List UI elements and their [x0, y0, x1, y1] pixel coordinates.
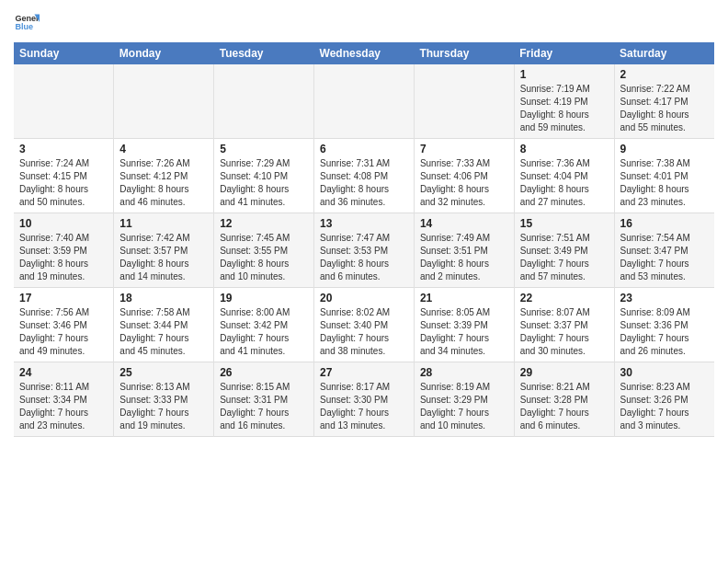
day-info: Sunrise: 8:23 AM Sunset: 3:26 PM Dayligh…	[620, 381, 709, 432]
calendar-cell: 6Sunrise: 7:31 AM Sunset: 4:08 PM Daylig…	[314, 139, 415, 213]
day-info: Sunrise: 7:26 AM Sunset: 4:12 PM Dayligh…	[119, 157, 208, 209]
calendar-cell	[214, 64, 314, 139]
day-number: 4	[119, 143, 208, 155]
calendar-cell: 3Sunrise: 7:24 AM Sunset: 4:15 PM Daylig…	[14, 139, 114, 213]
day-number: 13	[320, 217, 408, 230]
day-number: 27	[320, 366, 408, 379]
day-number: 17	[19, 292, 108, 304]
page-header: General Blue	[14, 9, 714, 35]
calendar-cell	[14, 64, 114, 139]
day-number: 18	[119, 292, 208, 304]
col-header-monday: Monday	[114, 42, 214, 64]
calendar-cell: 20Sunrise: 8:02 AM Sunset: 3:40 PM Dayli…	[314, 288, 415, 362]
day-info: Sunrise: 7:58 AM Sunset: 3:44 PM Dayligh…	[119, 306, 208, 358]
col-header-tuesday: Tuesday	[214, 42, 314, 64]
day-number: 2	[620, 68, 709, 81]
day-number: 23	[620, 292, 709, 304]
day-info: Sunrise: 8:15 AM Sunset: 3:31 PM Dayligh…	[220, 381, 308, 432]
day-number: 5	[220, 143, 308, 155]
day-info: Sunrise: 7:38 AM Sunset: 4:01 PM Dayligh…	[620, 157, 709, 209]
day-number: 8	[520, 143, 609, 155]
calendar-cell: 10Sunrise: 7:40 AM Sunset: 3:59 PM Dayli…	[14, 213, 114, 288]
calendar-cell: 9Sunrise: 7:38 AM Sunset: 4:01 PM Daylig…	[614, 139, 714, 213]
day-info: Sunrise: 8:07 AM Sunset: 3:37 PM Dayligh…	[520, 306, 609, 358]
calendar-cell: 15Sunrise: 7:51 AM Sunset: 3:49 PM Dayli…	[514, 213, 614, 288]
calendar-cell: 30Sunrise: 8:23 AM Sunset: 3:26 PM Dayli…	[614, 362, 714, 437]
col-header-saturday: Saturday	[614, 42, 714, 64]
day-info: Sunrise: 8:05 AM Sunset: 3:39 PM Dayligh…	[420, 306, 508, 358]
day-number: 26	[220, 366, 308, 379]
calendar-cell: 19Sunrise: 8:00 AM Sunset: 3:42 PM Dayli…	[214, 288, 314, 362]
day-number: 7	[420, 143, 508, 155]
day-number: 10	[19, 217, 108, 230]
calendar-cell: 27Sunrise: 8:17 AM Sunset: 3:30 PM Dayli…	[314, 362, 415, 437]
calendar-cell: 11Sunrise: 7:42 AM Sunset: 3:57 PM Dayli…	[114, 213, 214, 288]
day-info: Sunrise: 8:00 AM Sunset: 3:42 PM Dayligh…	[220, 306, 308, 358]
week-row-4: 17Sunrise: 7:56 AM Sunset: 3:46 PM Dayli…	[14, 288, 714, 362]
calendar-cell: 24Sunrise: 8:11 AM Sunset: 3:34 PM Dayli…	[14, 362, 114, 437]
calendar-cell: 25Sunrise: 8:13 AM Sunset: 3:33 PM Dayli…	[114, 362, 214, 437]
calendar-cell: 16Sunrise: 7:54 AM Sunset: 3:47 PM Dayli…	[614, 213, 714, 288]
day-info: Sunrise: 8:17 AM Sunset: 3:30 PM Dayligh…	[320, 381, 408, 432]
day-number: 9	[620, 143, 709, 155]
calendar-cell: 12Sunrise: 7:45 AM Sunset: 3:55 PM Dayli…	[214, 213, 314, 288]
calendar-cell	[314, 64, 415, 139]
day-info: Sunrise: 7:36 AM Sunset: 4:04 PM Dayligh…	[520, 157, 609, 209]
day-info: Sunrise: 8:09 AM Sunset: 3:36 PM Dayligh…	[620, 306, 709, 358]
calendar-cell: 4Sunrise: 7:26 AM Sunset: 4:12 PM Daylig…	[114, 139, 214, 213]
day-number: 28	[420, 366, 508, 379]
svg-text:Blue: Blue	[15, 22, 33, 31]
day-info: Sunrise: 7:54 AM Sunset: 3:47 PM Dayligh…	[620, 232, 709, 283]
col-header-wednesday: Wednesday	[314, 42, 415, 64]
calendar-cell	[114, 64, 214, 139]
day-number: 25	[119, 366, 208, 379]
logo-icon: General Blue	[14, 9, 40, 35]
calendar-cell: 5Sunrise: 7:29 AM Sunset: 4:10 PM Daylig…	[214, 139, 314, 213]
day-info: Sunrise: 7:42 AM Sunset: 3:57 PM Dayligh…	[119, 232, 208, 283]
day-info: Sunrise: 8:02 AM Sunset: 3:40 PM Dayligh…	[320, 306, 408, 358]
day-number: 21	[420, 292, 508, 304]
week-row-1: 1Sunrise: 7:19 AM Sunset: 4:19 PM Daylig…	[14, 64, 714, 139]
day-info: Sunrise: 7:29 AM Sunset: 4:10 PM Dayligh…	[220, 157, 308, 209]
day-number: 22	[520, 292, 609, 304]
day-info: Sunrise: 7:56 AM Sunset: 3:46 PM Dayligh…	[19, 306, 108, 358]
logo: General Blue	[14, 9, 43, 35]
week-row-5: 24Sunrise: 8:11 AM Sunset: 3:34 PM Dayli…	[14, 362, 714, 437]
day-info: Sunrise: 7:47 AM Sunset: 3:53 PM Dayligh…	[320, 232, 408, 283]
day-number: 12	[220, 217, 308, 230]
day-number: 16	[620, 217, 709, 230]
calendar-cell: 29Sunrise: 8:21 AM Sunset: 3:28 PM Dayli…	[514, 362, 614, 437]
day-info: Sunrise: 7:31 AM Sunset: 4:08 PM Dayligh…	[320, 157, 408, 209]
calendar-cell: 14Sunrise: 7:49 AM Sunset: 3:51 PM Dayli…	[414, 213, 514, 288]
col-header-sunday: Sunday	[14, 42, 114, 64]
day-info: Sunrise: 8:21 AM Sunset: 3:28 PM Dayligh…	[520, 381, 609, 432]
calendar-cell: 22Sunrise: 8:07 AM Sunset: 3:37 PM Dayli…	[514, 288, 614, 362]
day-number: 19	[220, 292, 308, 304]
day-number: 6	[320, 143, 408, 155]
calendar-cell: 17Sunrise: 7:56 AM Sunset: 3:46 PM Dayli…	[14, 288, 114, 362]
calendar-cell	[414, 64, 514, 139]
calendar-cell: 7Sunrise: 7:33 AM Sunset: 4:06 PM Daylig…	[414, 139, 514, 213]
calendar-cell: 18Sunrise: 7:58 AM Sunset: 3:44 PM Dayli…	[114, 288, 214, 362]
week-row-3: 10Sunrise: 7:40 AM Sunset: 3:59 PM Dayli…	[14, 213, 714, 288]
week-row-2: 3Sunrise: 7:24 AM Sunset: 4:15 PM Daylig…	[14, 139, 714, 213]
day-number: 3	[19, 143, 108, 155]
day-info: Sunrise: 8:11 AM Sunset: 3:34 PM Dayligh…	[19, 381, 108, 432]
calendar-cell: 28Sunrise: 8:19 AM Sunset: 3:29 PM Dayli…	[414, 362, 514, 437]
col-header-friday: Friday	[514, 42, 614, 64]
day-info: Sunrise: 7:33 AM Sunset: 4:06 PM Dayligh…	[420, 157, 508, 209]
day-number: 11	[119, 217, 208, 230]
day-number: 29	[520, 366, 609, 379]
calendar-cell: 8Sunrise: 7:36 AM Sunset: 4:04 PM Daylig…	[514, 139, 614, 213]
day-info: Sunrise: 7:49 AM Sunset: 3:51 PM Dayligh…	[420, 232, 508, 283]
day-info: Sunrise: 7:45 AM Sunset: 3:55 PM Dayligh…	[220, 232, 308, 283]
day-info: Sunrise: 7:24 AM Sunset: 4:15 PM Dayligh…	[19, 157, 108, 209]
day-info: Sunrise: 7:51 AM Sunset: 3:49 PM Dayligh…	[520, 232, 609, 283]
calendar-cell: 26Sunrise: 8:15 AM Sunset: 3:31 PM Dayli…	[214, 362, 314, 437]
page-container: General Blue SundayMondayTuesdayWednesda…	[0, 0, 728, 442]
day-info: Sunrise: 7:22 AM Sunset: 4:17 PM Dayligh…	[620, 83, 709, 134]
calendar-table: SundayMondayTuesdayWednesdayThursdayFrid…	[14, 42, 714, 437]
calendar-cell: 23Sunrise: 8:09 AM Sunset: 3:36 PM Dayli…	[614, 288, 714, 362]
day-number: 20	[320, 292, 408, 304]
day-info: Sunrise: 8:13 AM Sunset: 3:33 PM Dayligh…	[119, 381, 208, 432]
